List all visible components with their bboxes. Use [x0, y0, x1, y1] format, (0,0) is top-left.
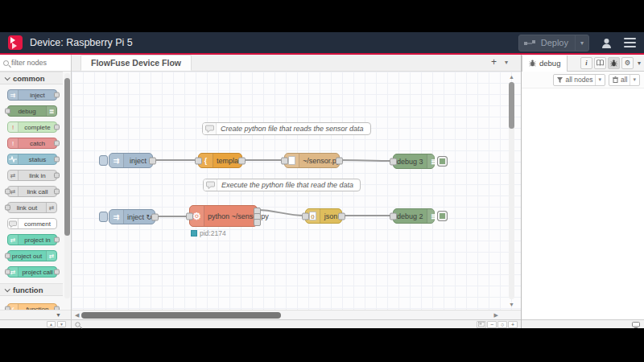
palette-scroll-down-icon[interactable]: ▼	[0, 310, 71, 319]
inject-button[interactable]	[99, 212, 108, 222]
zoom-out-button[interactable]: −	[487, 321, 497, 328]
canvas-search-icon[interactable]	[75, 322, 80, 327]
port-input	[5, 306, 10, 311]
palette-node-comment[interactable]: comment	[7, 218, 57, 229]
debug-enable-toggle[interactable]	[437, 156, 448, 167]
palette-category-function[interactable]: function	[0, 283, 63, 296]
debug-enable-toggle[interactable]	[437, 211, 448, 221]
console-icon[interactable]	[632, 317, 640, 331]
zoom-reset-button[interactable]: ○	[497, 321, 507, 328]
zoom-in-button[interactable]: +	[508, 321, 518, 328]
scroll-right-icon[interactable]: ▶	[494, 311, 498, 320]
comment-node-2[interactable]: Execute the python file that read the da…	[203, 179, 361, 191]
port-input[interactable]	[195, 157, 202, 164]
palette-node-debug[interactable]: debug ≣	[7, 105, 57, 117]
exec-node[interactable]: ⚙ python ~/sensor.py	[189, 205, 258, 227]
palette-node-project-out[interactable]: project out ⇄	[7, 250, 57, 261]
palette-node-link-out[interactable]: link out ⇄	[7, 202, 57, 213]
add-flow-icon[interactable]: +	[491, 56, 497, 68]
port-output[interactable]	[149, 157, 156, 164]
deploy-button[interactable]: Deploy ▾	[518, 35, 589, 51]
palette-collapse-up-icon[interactable]: ▲	[47, 321, 56, 327]
wire[interactable]	[339, 160, 393, 161]
comment-node-1[interactable]: Create python file that reads the sensor…	[202, 122, 371, 135]
port-output	[54, 157, 60, 162]
scroll-left-icon[interactable]: ◀	[75, 311, 79, 320]
port-input[interactable]	[302, 212, 309, 220]
caret-down-icon: ▾	[595, 75, 601, 85]
navigator-icon[interactable]	[477, 321, 486, 328]
palette-search[interactable]	[0, 55, 71, 72]
search-icon	[3, 60, 9, 66]
funnel-icon	[557, 77, 563, 83]
inject-button[interactable]	[99, 155, 108, 166]
canvas-horizontal-scrollbar[interactable]: ◀ ▶	[72, 310, 521, 319]
port-input[interactable]	[281, 157, 288, 164]
vertical-scrollbar-thumb[interactable]	[509, 82, 514, 129]
debug-node-3[interactable]: debug 3 ≣	[393, 154, 435, 169]
palette-node-project-call[interactable]: ⇄ project call	[7, 266, 57, 278]
sidebar-footer	[522, 319, 644, 328]
link-icon: ⇄	[46, 203, 56, 212]
scroll-up-icon[interactable]: ▲	[508, 73, 515, 80]
caret-down-icon: ▾	[630, 75, 636, 85]
info-tab-icon[interactable]: i	[580, 57, 592, 69]
user-icon[interactable]	[601, 37, 613, 49]
gear-icon[interactable]: ⚙	[621, 57, 634, 69]
palette-node-link-in[interactable]: ⇄ link in	[7, 170, 57, 181]
palette-node-project-in[interactable]: ⇄ project in	[7, 234, 57, 245]
bug-icon	[529, 60, 536, 67]
scroll-down-icon[interactable]: ▼	[508, 301, 515, 308]
project-link-icon: ⇄	[46, 251, 56, 261]
palette-scrollbar[interactable]	[64, 73, 70, 298]
port-input	[5, 189, 10, 195]
file-node[interactable]: ~/sensor.py	[284, 153, 340, 168]
horizontal-scrollbar-thumb[interactable]	[81, 312, 281, 319]
debug-tab-icon[interactable]	[608, 57, 620, 69]
port-output[interactable]	[336, 157, 343, 164]
canvas-vertical-scrollbar[interactable]: ▲ ▼	[508, 73, 515, 308]
inject-icon: ⇉	[109, 210, 124, 224]
flow-tab[interactable]: FlowFuse Device Flow	[80, 55, 192, 71]
inject-node-1[interactable]: ⇉ inject	[109, 153, 153, 168]
port-input	[5, 109, 10, 114]
palette-node-catch[interactable]: ! catch	[7, 138, 57, 149]
debug-clear-all-button[interactable]: all ▾	[609, 74, 640, 86]
palette-filter-input[interactable]	[11, 59, 58, 67]
debug-node-2[interactable]: debug 2 ≣	[393, 208, 435, 224]
status-pulse-icon	[8, 154, 19, 164]
json-node[interactable]: {} json	[305, 208, 342, 224]
flow-canvas[interactable]: Create python file that reads the sensor…	[72, 72, 521, 310]
port-input[interactable]	[390, 212, 397, 220]
flow-list-caret-icon[interactable]: ▾	[505, 59, 508, 66]
debug-filter-nodes-button[interactable]: all nodes ▾	[553, 74, 605, 86]
palette-scrollbar-thumb[interactable]	[64, 78, 70, 236]
inject-icon: ⇉	[109, 154, 124, 167]
help-book-icon[interactable]	[594, 57, 606, 69]
port-output-rc[interactable]	[254, 219, 261, 226]
status-dot-icon	[191, 230, 197, 237]
node-red-editor: Device: Raspberry Pi 5 Deploy ▾	[0, 32, 644, 328]
port-input[interactable]	[390, 158, 397, 165]
palette-node-function[interactable]: ƒ function	[7, 303, 57, 310]
deploy-nodes-icon	[519, 39, 541, 47]
sidebar-tab-debug[interactable]: debug	[522, 56, 568, 72]
port-output[interactable]	[151, 213, 159, 220]
palette-node-status[interactable]: status	[7, 154, 57, 165]
inject-icon: ⇉	[8, 90, 19, 100]
inject-node-2[interactable]: ⇉ inject ↻	[109, 209, 155, 224]
port-output[interactable]	[338, 212, 345, 220]
palette-node-inject[interactable]: ⇉ inject	[7, 89, 57, 101]
palette-collapse-down-icon[interactable]: ▼	[57, 321, 66, 327]
deploy-caret-icon[interactable]: ▾	[575, 35, 588, 51]
palette-node-link-call[interactable]: ⇄ link call	[7, 186, 57, 197]
palette-category-common[interactable]: common	[0, 72, 63, 84]
device-title: Device: Raspberry Pi 5	[30, 37, 133, 48]
port-output[interactable]	[238, 157, 246, 164]
port-output	[54, 189, 60, 195]
palette-node-complete[interactable]: ! complete	[7, 121, 57, 133]
main-menu-icon[interactable]	[624, 38, 636, 48]
sidebar-menu-caret-icon[interactable]: ▾	[635, 60, 641, 67]
template-node[interactable]: { template	[198, 153, 242, 168]
port-input[interactable]	[186, 212, 193, 220]
